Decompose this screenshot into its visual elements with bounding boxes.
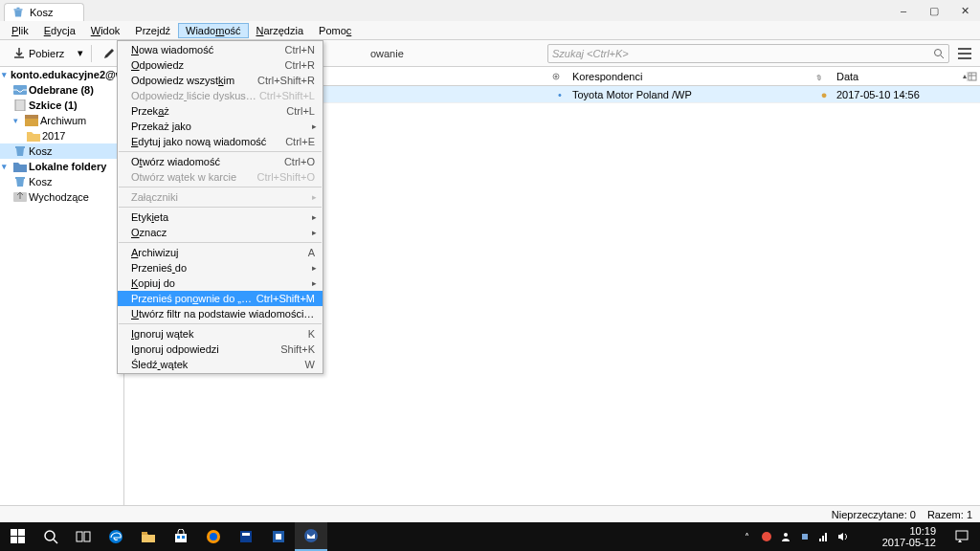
- menu-narzędzia[interactable]: Narzędzia: [249, 23, 312, 38]
- menu-item[interactable]: Edytuj jako nową wiadomośćCtrl+E: [118, 134, 323, 149]
- menu-item-shortcut: Ctrl+R: [285, 59, 315, 71]
- menu-item[interactable]: Oznacz: [118, 225, 323, 240]
- inbox-folder[interactable]: Odebrane (8): [0, 82, 123, 98]
- folder-icon: [27, 130, 40, 142]
- firefox-taskbar-icon[interactable]: [197, 522, 230, 551]
- trash-folder[interactable]: Kosz: [0, 143, 123, 159]
- archive-2017-folder[interactable]: 2017: [0, 128, 123, 143]
- menu-item-label: Ignoruj odpowiedzi: [131, 343, 280, 355]
- menu-edycja[interactable]: Edycja: [36, 23, 83, 38]
- close-button[interactable]: ✕: [949, 0, 980, 21]
- app2-taskbar-icon[interactable]: [262, 522, 295, 551]
- local-folders-node[interactable]: ▾ Lokalne foldery: [0, 159, 123, 174]
- task-view-button[interactable]: [67, 522, 100, 551]
- svg-rect-14: [18, 529, 25, 536]
- menu-item-shortcut: Ctrl+Shift+M: [256, 293, 315, 304]
- menu-item-label: Przenieś ponownie do „Odebrane”: [131, 293, 256, 304]
- column-read[interactable]: [551, 72, 568, 81]
- menu-separator: [119, 242, 322, 243]
- tray-up-icon[interactable]: ˄: [741, 530, 754, 543]
- menu-item-shortcut: Shift+K: [280, 343, 315, 355]
- explorer-taskbar-icon[interactable]: [132, 522, 165, 551]
- outbox-folder[interactable]: Wychodzące: [0, 189, 123, 205]
- tab-bar: Kosz – ▢ ✕: [0, 0, 980, 21]
- get-mail-dropdown[interactable]: ▾: [74, 47, 87, 59]
- menu-item[interactable]: Przekaż jako: [118, 119, 323, 134]
- svg-rect-33: [802, 534, 808, 540]
- menu-item-label: Przekaż: [131, 105, 286, 117]
- app-tab[interactable]: Kosz: [4, 3, 84, 21]
- drafts-icon: [13, 99, 27, 111]
- archive-folder[interactable]: ▾ Archiwum: [0, 113, 123, 128]
- column-attachment[interactable]: [815, 72, 833, 81]
- menu-item[interactable]: OdpowiedzCtrl+R: [118, 57, 323, 73]
- get-mail-button[interactable]: Pobierz: [6, 45, 72, 62]
- menu-item[interactable]: Kopiuj do: [118, 276, 323, 291]
- column-picker[interactable]: [967, 72, 980, 81]
- menu-wiadomość[interactable]: Wiadomość: [178, 23, 248, 38]
- svg-rect-27: [240, 531, 252, 542]
- menu-item[interactable]: Śledź wątekW: [118, 357, 323, 372]
- svg-point-11: [555, 75, 558, 77]
- compose-icon: [103, 48, 115, 59]
- menu-item-label: Śledź wątek: [131, 359, 305, 370]
- menu-item-shortcut: A: [308, 247, 315, 258]
- tray-volume-icon[interactable]: [836, 530, 850, 543]
- svg-rect-0: [17, 8, 20, 10]
- svg-rect-13: [11, 529, 17, 536]
- menu-item[interactable]: Nowa wiadomośćCtrl+N: [118, 42, 323, 57]
- menu-przejdź[interactable]: Przejdź: [127, 23, 178, 38]
- menu-item-label: Załączniki: [131, 191, 315, 203]
- menu-item[interactable]: Odpowiedz wszystkimCtrl+Shift+R: [118, 73, 323, 88]
- tray-bluetooth-icon[interactable]: [798, 530, 812, 543]
- search-button[interactable]: [34, 522, 67, 551]
- menu-item[interactable]: Ignoruj odpowiedziShift+K: [118, 342, 323, 357]
- menu-item[interactable]: Ignoruj wątekK: [118, 326, 323, 342]
- taskbar-clock[interactable]: 10:19 2017-05-12: [877, 525, 942, 548]
- tray-language-icon[interactable]: [856, 530, 869, 543]
- search-input[interactable]: Szukaj <Ctrl+K>: [547, 44, 949, 63]
- menu-pomoc[interactable]: Pomoc: [311, 23, 359, 38]
- svg-point-17: [45, 531, 55, 540]
- menu-item[interactable]: Przenieś do: [118, 260, 323, 276]
- menu-item[interactable]: Przenieś ponownie do „Odebrane”Ctrl+Shif…: [118, 291, 323, 306]
- start-button[interactable]: [2, 522, 34, 551]
- column-date[interactable]: Data ▴: [833, 71, 967, 82]
- chevron-down-icon: ▾: [2, 70, 7, 79]
- minimize-button[interactable]: –: [888, 0, 919, 21]
- svg-rect-4: [15, 99, 25, 111]
- tab-title: Kosz: [30, 7, 53, 18]
- local-trash-folder[interactable]: Kosz: [0, 174, 123, 189]
- menu-item-shortcut: K: [308, 328, 315, 340]
- window-controls: – ▢ ✕: [888, 0, 980, 21]
- read-indicator[interactable]: •: [551, 89, 568, 100]
- maximize-button[interactable]: ▢: [919, 0, 949, 21]
- menu-item-shortcut: Ctrl+Shift+O: [256, 171, 315, 183]
- drafts-folder[interactable]: Szkice (1): [0, 98, 123, 113]
- menu-item-label: Odpowiedz liście dyskusyjnej: [131, 90, 259, 101]
- menu-item[interactable]: Otwórz wiadomośćCtrl+O: [118, 154, 323, 169]
- action-center-icon[interactable]: [949, 522, 974, 551]
- tray-people-icon[interactable]: [779, 530, 792, 543]
- app-taskbar-icon[interactable]: [230, 522, 262, 551]
- app-menu-button[interactable]: [955, 44, 974, 63]
- edge-taskbar-icon[interactable]: [100, 522, 132, 551]
- store-taskbar-icon[interactable]: [165, 522, 197, 551]
- menu-item[interactable]: PrzekażCtrl+L: [118, 103, 323, 119]
- menu-item-label: Nowa wiadomość: [131, 44, 285, 55]
- thunderbird-taskbar-icon[interactable]: [295, 522, 327, 551]
- windows-taskbar: ˄ 10:19 2017-05-12: [0, 522, 980, 551]
- svg-rect-8: [15, 177, 25, 179]
- menu-item[interactable]: Utwórz filtr na podstawie wiadomości…: [118, 306, 323, 321]
- svg-rect-12: [969, 73, 976, 80]
- trash-icon: [13, 145, 27, 157]
- menu-widok[interactable]: Widok: [83, 23, 128, 38]
- column-correspondents[interactable]: Korespondenci: [568, 71, 815, 82]
- menu-item-shortcut: Ctrl+Shift+R: [257, 75, 315, 86]
- account-node[interactable]: ▾ konto.edukacyjne2@wp.: [0, 67, 123, 82]
- tray-network-icon[interactable]: [817, 530, 831, 543]
- menu-item[interactable]: ArchiwizujA: [118, 245, 323, 260]
- tray-app-icon[interactable]: [760, 530, 773, 543]
- menu-item[interactable]: Etykieta: [118, 209, 323, 225]
- menu-plik[interactable]: Plik: [4, 23, 36, 38]
